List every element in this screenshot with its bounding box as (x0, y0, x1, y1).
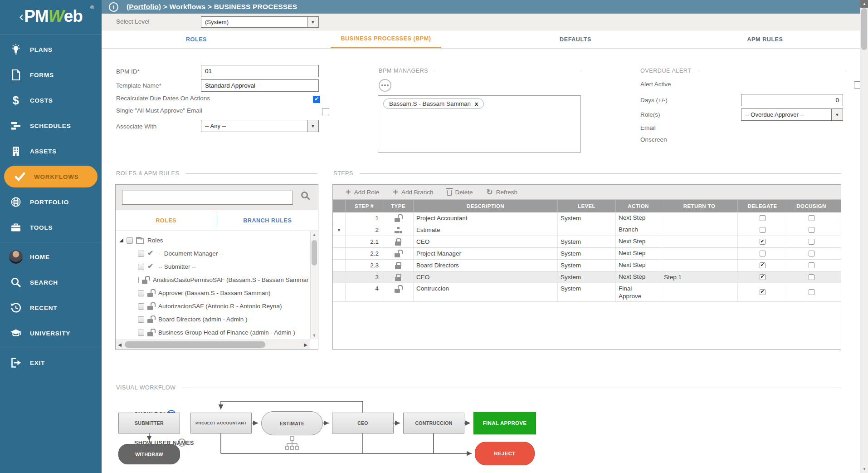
tree-vertical-scrollbar[interactable]: ▲ ▼ (310, 231, 318, 339)
sidebar-item-portfolio[interactable]: PORTFOLIO (0, 189, 102, 215)
add-branch-button[interactable]: +Add Branch (393, 189, 433, 196)
tab-defaults[interactable]: DEFAULTS (481, 30, 670, 48)
tree-checkbox[interactable] (138, 251, 144, 257)
sidebar-item-assets[interactable]: ASSETS (0, 138, 102, 164)
associate-with-dropdown[interactable]: -- Any -- ▼ (201, 120, 319, 132)
sidebar-item-schedules[interactable]: SCHEDULES (0, 113, 102, 138)
sidebar-item-university[interactable]: UNIVERSITY (0, 320, 102, 346)
scroll-left-icon[interactable]: ◀ (116, 340, 124, 349)
sidebar-item-search[interactable]: SEARCH (0, 270, 102, 295)
scroll-down-icon[interactable]: ▼ (311, 332, 318, 339)
tree-checkbox[interactable] (138, 303, 144, 310)
search-icon (9, 276, 23, 289)
delegate-checkbox[interactable] (760, 274, 766, 280)
sidebar-item-costs[interactable]: $ COSTS (0, 88, 102, 113)
step-row-2-2[interactable]: 2.2 Project Manager System Next Step (333, 248, 841, 260)
tree-item[interactable]: AnalisisGastoPermisoSAF (Bassam.S - Bass… (116, 273, 309, 286)
tree-item[interactable]: AutorizacionSAF (Antonio.R - Antonio Rey… (116, 300, 309, 313)
docusign-checkbox[interactable] (809, 227, 814, 233)
days-input[interactable] (741, 94, 843, 106)
docusign-checkbox[interactable] (809, 262, 814, 268)
select-level-dropdown[interactable]: (System) ▼ (201, 16, 319, 28)
step-row-2[interactable]: ▼ 2 Estimate Branch (333, 224, 841, 236)
workflow-check-icon (13, 170, 27, 183)
tree-item[interactable]: -- Submitter -- (116, 260, 309, 273)
delegate-checkbox[interactable] (760, 262, 766, 268)
sidebar-item-workflows[interactable]: WORKFLOWS (4, 166, 98, 187)
tree-checkbox[interactable] (138, 277, 139, 283)
docusign-checkbox[interactable] (809, 239, 814, 245)
tab-apm-rules[interactable]: APM RULES (670, 30, 860, 48)
tree-checkbox[interactable] (138, 330, 144, 336)
breadcrumb-portfolio-link[interactable]: (Portfolio) (127, 3, 161, 10)
delegate-checkbox[interactable] (760, 215, 766, 221)
step-row-2-1[interactable]: 2.1 CEO System Next Step (333, 236, 841, 248)
template-name-input[interactable] (201, 79, 319, 92)
search-icon[interactable] (301, 192, 308, 198)
info-icon[interactable]: i (109, 2, 118, 12)
docusign-checkbox[interactable] (809, 274, 814, 280)
step-row-1[interactable]: 1 Project Accountant System Next Step (333, 212, 841, 224)
remove-tag-icon[interactable]: x (475, 100, 478, 107)
sidebar-item-forms[interactable]: FORMS (0, 62, 102, 88)
delegate-checkbox[interactable] (760, 239, 766, 245)
roles-search-input[interactable] (122, 191, 293, 205)
add-role-button[interactable]: +Add Role (346, 189, 379, 196)
bpm-id-input[interactable] (201, 65, 319, 77)
dollar-icon: $ (9, 94, 23, 107)
tree-checkbox[interactable] (138, 264, 144, 270)
subtab-roles[interactable]: ROLES (116, 210, 217, 231)
collapse-chevron-icon: ‹ (19, 9, 23, 24)
docusign-checkbox[interactable] (809, 289, 814, 295)
docusign-checkbox[interactable] (809, 251, 814, 256)
chevron-down-icon[interactable]: ▼ (307, 17, 318, 27)
delegate-checkbox[interactable] (760, 227, 766, 233)
sidebar-item-home[interactable]: HOME (0, 244, 102, 270)
single-email-checkbox[interactable] (322, 108, 329, 115)
delete-button[interactable]: Delete (447, 188, 473, 196)
tree-item[interactable]: Board Directors (admin - Admin ) (116, 313, 309, 326)
refresh-button[interactable]: ↻Refresh (487, 187, 518, 197)
chevron-down-icon[interactable]: ▼ (307, 120, 318, 132)
sidebar-item-plans[interactable]: PLANS (0, 37, 102, 62)
step-row-4[interactable]: 4 Contruccion System Final Approve (333, 283, 841, 302)
docusign-checkbox[interactable] (809, 215, 814, 221)
delegate-checkbox[interactable] (760, 289, 766, 295)
recalculate-checkbox[interactable] (313, 96, 320, 103)
registered-mark: ® (90, 5, 93, 10)
scrollbar-thumb[interactable] (125, 341, 265, 348)
pmweb-logo[interactable]: ‹PMWeb ® (0, 0, 102, 33)
scroll-up-icon[interactable]: ▲ (311, 231, 318, 238)
ellipsis-button[interactable] (379, 79, 391, 92)
tree-horizontal-scrollbar[interactable]: ◀ ▶ (116, 340, 310, 349)
tree-checkbox[interactable] (127, 237, 133, 244)
tree-item[interactable]: -- Document Manager -- (116, 247, 309, 260)
scroll-down-icon[interactable]: ▼ (860, 465, 868, 473)
subtab-branch-rules[interactable]: BRANCH RULES (217, 210, 318, 231)
tree-item[interactable]: Approver (Bassam.S - Bassam Samman) (116, 286, 309, 300)
scrollbar-thumb[interactable] (312, 240, 317, 266)
chevron-down-icon[interactable]: ▼ (831, 109, 843, 120)
bpm-managers-box[interactable]: Bassam.S - Bassam Samman x (378, 95, 581, 153)
tree-checkbox[interactable] (138, 290, 144, 296)
scrollbar-thumb[interactable] (861, 8, 867, 50)
tab-business-processes[interactable]: BUSINESS PROCESSES (BPM) (291, 30, 481, 48)
page-scrollbar[interactable]: ▲ ▼ (860, 0, 868, 473)
step-row-3[interactable]: 3 CEO System Next Step Step 1 (333, 271, 841, 283)
tree-checkbox[interactable] (138, 316, 144, 323)
breadcrumb-workflows: Workflows (170, 3, 206, 10)
row-expander-icon[interactable]: ▼ (333, 224, 345, 236)
tab-roles[interactable]: ROLES (102, 30, 291, 48)
overdue-roles-dropdown[interactable]: -- Overdue Approver -- ▼ (741, 108, 843, 121)
delegate-checkbox[interactable] (760, 251, 766, 256)
scroll-right-icon[interactable]: ▶ (302, 340, 310, 349)
scroll-up-icon[interactable]: ▲ (860, 0, 868, 8)
step-row-2-3[interactable]: 2.3 Board Directors System Next Step (333, 260, 841, 271)
sidebar-item-recent[interactable]: RECENT (0, 295, 102, 320)
expand-collapse-icon[interactable] (119, 238, 123, 242)
sidebar-item-tools[interactable]: TOOLS (0, 215, 102, 240)
sidebar-item-exit[interactable]: EXIT (0, 350, 102, 375)
tree-item[interactable]: Business Group Head of Finance (admin - … (116, 326, 309, 339)
tree-root-roles[interactable]: Roles (116, 234, 309, 247)
recalculate-label: Recalculate Due Dates On Actions (116, 95, 210, 102)
